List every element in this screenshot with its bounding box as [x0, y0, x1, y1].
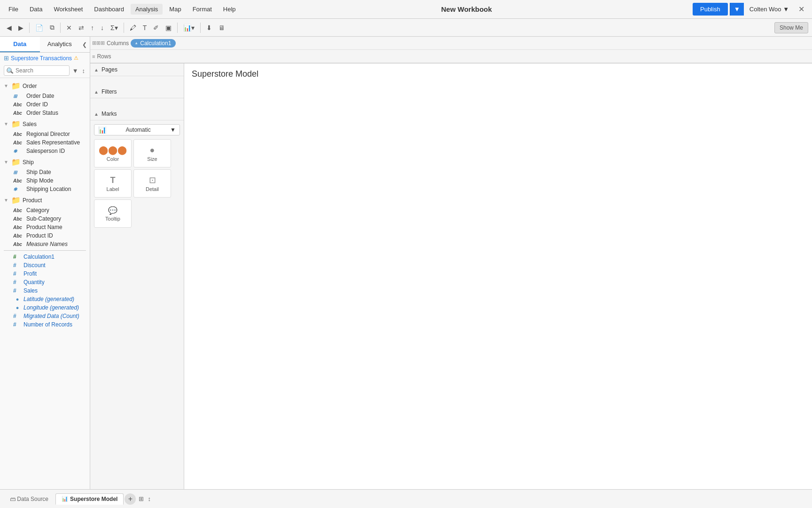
- group-header-product[interactable]: ▼ 📁 Product: [0, 194, 90, 206]
- field-discount[interactable]: # Discount: [0, 261, 90, 270]
- field-migrated-data[interactable]: # Migrated Data (Count): [0, 312, 90, 320]
- field-product-name[interactable]: Abc Product Name: [0, 223, 90, 231]
- field-sub-category[interactable]: Abc Sub-Category: [0, 214, 90, 223]
- main-layout: Data Analytics ❮ ⊞ Superstore Transactio…: [0, 37, 812, 489]
- field-name-calculation1: Calculation1: [23, 254, 55, 260]
- field-category[interactable]: Abc Category: [0, 206, 90, 214]
- columns-icon: ⊞⊞⊞: [92, 40, 105, 46]
- marks-type-row: 📊 Automatic ▼: [94, 124, 180, 135]
- menu-help[interactable]: Help: [219, 4, 241, 15]
- menu-data[interactable]: Data: [25, 4, 47, 15]
- field-type-number-of-records: #: [13, 321, 22, 328]
- menu-analysis[interactable]: Analysis: [131, 4, 163, 15]
- field-order-id[interactable]: Abc Order ID: [0, 100, 90, 109]
- field-regional-director[interactable]: Abc Regional Director: [0, 130, 90, 138]
- field-calculation1[interactable]: # Calculation1: [0, 253, 90, 261]
- filter-button[interactable]: ▼: [71, 66, 79, 75]
- columns-shelf: ⊞⊞⊞ Columns ▲ Calculation1: [90, 37, 812, 50]
- field-salesperson-id[interactable]: ✱ Salesperson ID: [0, 147, 90, 155]
- field-name-salesperson-id: Salesperson ID: [26, 148, 65, 154]
- datasource-tab[interactable]: 🗃 Data Source: [4, 493, 55, 505]
- tab-analytics[interactable]: Analytics: [40, 37, 80, 52]
- mark-color-button[interactable]: ⬤⬤⬤ Color: [94, 139, 132, 167]
- publish-dropdown-button[interactable]: ▼: [730, 3, 744, 16]
- swap-button[interactable]: ⇄: [76, 22, 87, 33]
- sheet-tab-superstore-model[interactable]: 📊 Superstore Model: [55, 493, 124, 505]
- tab-data[interactable]: Data: [0, 37, 40, 52]
- field-measure-names[interactable]: Abc Measure Names: [0, 240, 90, 248]
- field-order-date[interactable]: ⊞ Order Date: [0, 92, 90, 100]
- toolbar-sep-1: [29, 23, 30, 33]
- back-button[interactable]: ◀: [4, 22, 15, 33]
- filters-label: Filters: [102, 88, 117, 95]
- filters-section: ▲ Filters: [90, 86, 184, 108]
- duplicate-button[interactable]: ⧉: [47, 22, 57, 33]
- datasource-name[interactable]: Superstore Transactions: [11, 55, 72, 62]
- menu-file[interactable]: File: [4, 4, 23, 15]
- forward-button[interactable]: ▶: [16, 22, 26, 33]
- tooltip-icon: 💬: [108, 206, 117, 215]
- download-button[interactable]: ⬇: [203, 22, 215, 33]
- group-label-product: Product: [23, 197, 42, 204]
- highlight-button[interactable]: 🖍: [127, 22, 139, 33]
- field-name-category: Category: [26, 207, 49, 214]
- field-product-id[interactable]: Abc Product ID: [0, 231, 90, 240]
- mark-tooltip-button[interactable]: 💬 Tooltip: [94, 199, 132, 228]
- menu-map[interactable]: Map: [164, 4, 186, 15]
- label-button[interactable]: T: [140, 22, 150, 33]
- field-type-order-status: Abc: [13, 111, 24, 116]
- field-name-profit: Profit: [23, 270, 37, 277]
- mark-detail-button[interactable]: ⊡ Detail: [133, 169, 171, 198]
- frame-button[interactable]: ▣: [163, 22, 174, 33]
- bottom-add-sheet2-button[interactable]: ⊞: [138, 494, 145, 503]
- close-button[interactable]: ✕: [795, 3, 808, 16]
- group-label-order: Order: [23, 83, 37, 89]
- field-profit[interactable]: # Profit: [0, 270, 90, 278]
- group-header-sales[interactable]: ▼ 📁 Sales: [0, 118, 90, 130]
- marks-header[interactable]: ▲ Marks: [90, 108, 184, 120]
- field-name-migrated-data: Migrated Data (Count): [23, 313, 79, 319]
- sort-desc-button[interactable]: ↓: [98, 22, 107, 33]
- canvas-body[interactable]: [184, 79, 812, 489]
- field-ship-date[interactable]: ⊞ Ship Date: [0, 168, 90, 176]
- marks-type-dropdown[interactable]: 📊 Automatic ▼: [94, 124, 180, 135]
- publish-button[interactable]: Publish: [693, 3, 728, 16]
- field-latitude[interactable]: ● Latitude (generated): [0, 295, 90, 303]
- columns-label: ⊞⊞⊞ Columns: [92, 40, 129, 47]
- annotate-button[interactable]: ✐: [150, 22, 162, 33]
- chart-type-button[interactable]: 📊▾: [180, 22, 197, 33]
- field-sales[interactable]: # Sales: [0, 286, 90, 295]
- filters-header[interactable]: ▲ Filters: [90, 86, 184, 98]
- calculation1-pill[interactable]: ▲ Calculation1: [131, 39, 176, 48]
- group-header-order[interactable]: ▼ 📁 Order: [0, 80, 90, 92]
- field-name-product-name: Product Name: [26, 224, 62, 230]
- collapse-panel-button[interactable]: ❮: [79, 37, 90, 52]
- field-order-status[interactable]: Abc Order Status: [0, 109, 90, 117]
- present-button[interactable]: 🖥: [216, 22, 228, 33]
- field-quantity[interactable]: # Quantity: [0, 278, 90, 286]
- sort-asc-button[interactable]: ↑: [88, 22, 97, 33]
- clear-button[interactable]: ✕: [63, 22, 75, 33]
- field-type-sales: #: [13, 287, 22, 294]
- pill-label: Calculation1: [140, 40, 171, 47]
- field-sales-rep[interactable]: Abc Sales Representative: [0, 138, 90, 147]
- field-number-of-records[interactable]: # Number of Records: [0, 320, 90, 329]
- add-sheet-button[interactable]: +: [125, 493, 136, 505]
- new-worksheet-button[interactable]: 📄: [32, 22, 46, 33]
- group-header-ship[interactable]: ▼ 📁 Ship: [0, 156, 90, 168]
- bottom-sort-button[interactable]: ↕: [147, 494, 152, 503]
- pages-header[interactable]: ▲ Pages: [90, 64, 184, 76]
- menu-format[interactable]: Format: [188, 4, 217, 15]
- sort-fields-button[interactable]: ↕: [81, 66, 86, 75]
- field-longitude[interactable]: ● Longitude (generated): [0, 303, 90, 312]
- field-ship-mode[interactable]: Abc Ship Mode: [0, 176, 90, 185]
- mark-size-button[interactable]: ● Size: [133, 139, 171, 167]
- menu-worksheet[interactable]: Worksheet: [49, 4, 87, 15]
- mark-label-button[interactable]: T Label: [94, 169, 132, 198]
- field-shipping-location[interactable]: ✱ Shipping Location: [0, 185, 90, 193]
- sum-button[interactable]: Σ▾: [108, 22, 121, 33]
- group-ship: ▼ 📁 Ship ⊞ Ship Date Abc Ship Mode ✱ Shi…: [0, 156, 90, 193]
- size-label: Size: [147, 156, 157, 162]
- show-me-button[interactable]: Show Me: [774, 22, 808, 33]
- menu-dashboard[interactable]: Dashboard: [89, 4, 129, 15]
